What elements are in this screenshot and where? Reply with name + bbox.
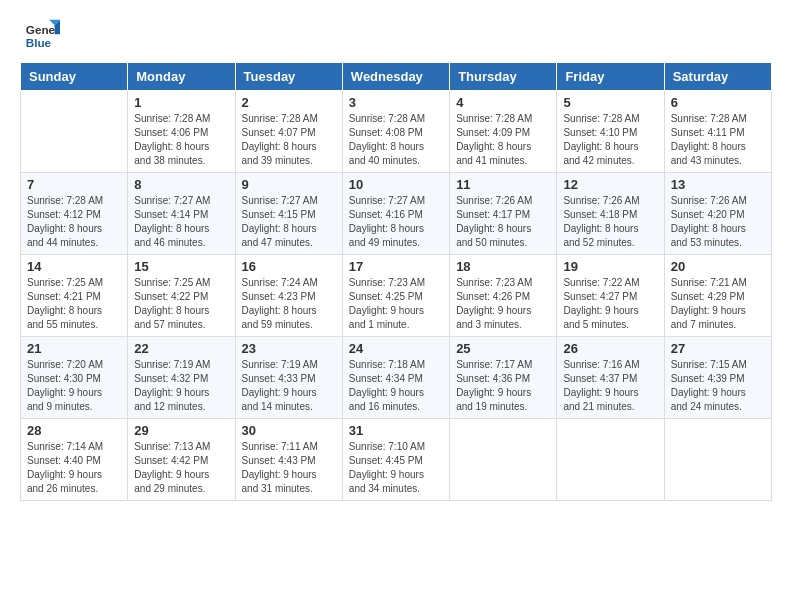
calendar-cell: 29Sunrise: 7:13 AM Sunset: 4:42 PM Dayli… [128, 419, 235, 501]
calendar-cell: 13Sunrise: 7:26 AM Sunset: 4:20 PM Dayli… [664, 173, 771, 255]
day-number: 20 [671, 259, 765, 274]
calendar-cell: 22Sunrise: 7:19 AM Sunset: 4:32 PM Dayli… [128, 337, 235, 419]
day-number: 23 [242, 341, 336, 356]
weekday-header-saturday: Saturday [664, 63, 771, 91]
calendar-cell: 15Sunrise: 7:25 AM Sunset: 4:22 PM Dayli… [128, 255, 235, 337]
calendar-cell: 24Sunrise: 7:18 AM Sunset: 4:34 PM Dayli… [342, 337, 449, 419]
weekday-header-row: SundayMondayTuesdayWednesdayThursdayFrid… [21, 63, 772, 91]
day-info: Sunrise: 7:26 AM Sunset: 4:20 PM Dayligh… [671, 194, 765, 250]
page-container: General Blue SundayMondayTuesdayWednesda… [0, 0, 792, 511]
day-info: Sunrise: 7:28 AM Sunset: 4:08 PM Dayligh… [349, 112, 443, 168]
calendar-cell: 27Sunrise: 7:15 AM Sunset: 4:39 PM Dayli… [664, 337, 771, 419]
svg-text:Blue: Blue [26, 36, 52, 49]
calendar-cell: 21Sunrise: 7:20 AM Sunset: 4:30 PM Dayli… [21, 337, 128, 419]
day-info: Sunrise: 7:26 AM Sunset: 4:18 PM Dayligh… [563, 194, 657, 250]
calendar-cell: 4Sunrise: 7:28 AM Sunset: 4:09 PM Daylig… [450, 91, 557, 173]
day-info: Sunrise: 7:17 AM Sunset: 4:36 PM Dayligh… [456, 358, 550, 414]
day-number: 5 [563, 95, 657, 110]
calendar-cell: 12Sunrise: 7:26 AM Sunset: 4:18 PM Dayli… [557, 173, 664, 255]
day-number: 10 [349, 177, 443, 192]
calendar-table: SundayMondayTuesdayWednesdayThursdayFrid… [20, 62, 772, 501]
calendar-cell: 5Sunrise: 7:28 AM Sunset: 4:10 PM Daylig… [557, 91, 664, 173]
calendar-week-row: 28Sunrise: 7:14 AM Sunset: 4:40 PM Dayli… [21, 419, 772, 501]
day-info: Sunrise: 7:11 AM Sunset: 4:43 PM Dayligh… [242, 440, 336, 496]
day-number: 9 [242, 177, 336, 192]
calendar-cell: 6Sunrise: 7:28 AM Sunset: 4:11 PM Daylig… [664, 91, 771, 173]
day-info: Sunrise: 7:20 AM Sunset: 4:30 PM Dayligh… [27, 358, 121, 414]
day-number: 27 [671, 341, 765, 356]
day-number: 2 [242, 95, 336, 110]
calendar-cell: 3Sunrise: 7:28 AM Sunset: 4:08 PM Daylig… [342, 91, 449, 173]
calendar-cell: 23Sunrise: 7:19 AM Sunset: 4:33 PM Dayli… [235, 337, 342, 419]
day-info: Sunrise: 7:28 AM Sunset: 4:06 PM Dayligh… [134, 112, 228, 168]
calendar-week-row: 14Sunrise: 7:25 AM Sunset: 4:21 PM Dayli… [21, 255, 772, 337]
day-number: 17 [349, 259, 443, 274]
calendar-week-row: 7Sunrise: 7:28 AM Sunset: 4:12 PM Daylig… [21, 173, 772, 255]
day-number: 4 [456, 95, 550, 110]
day-info: Sunrise: 7:25 AM Sunset: 4:22 PM Dayligh… [134, 276, 228, 332]
calendar-cell: 17Sunrise: 7:23 AM Sunset: 4:25 PM Dayli… [342, 255, 449, 337]
weekday-header-tuesday: Tuesday [235, 63, 342, 91]
weekday-header-monday: Monday [128, 63, 235, 91]
day-info: Sunrise: 7:24 AM Sunset: 4:23 PM Dayligh… [242, 276, 336, 332]
calendar-week-row: 21Sunrise: 7:20 AM Sunset: 4:30 PM Dayli… [21, 337, 772, 419]
calendar-cell: 31Sunrise: 7:10 AM Sunset: 4:45 PM Dayli… [342, 419, 449, 501]
day-number: 29 [134, 423, 228, 438]
weekday-header-thursday: Thursday [450, 63, 557, 91]
day-number: 1 [134, 95, 228, 110]
day-number: 6 [671, 95, 765, 110]
day-number: 8 [134, 177, 228, 192]
day-info: Sunrise: 7:10 AM Sunset: 4:45 PM Dayligh… [349, 440, 443, 496]
day-number: 14 [27, 259, 121, 274]
day-info: Sunrise: 7:27 AM Sunset: 4:14 PM Dayligh… [134, 194, 228, 250]
day-info: Sunrise: 7:28 AM Sunset: 4:09 PM Dayligh… [456, 112, 550, 168]
day-info: Sunrise: 7:19 AM Sunset: 4:32 PM Dayligh… [134, 358, 228, 414]
day-number: 7 [27, 177, 121, 192]
calendar-cell [21, 91, 128, 173]
day-info: Sunrise: 7:26 AM Sunset: 4:17 PM Dayligh… [456, 194, 550, 250]
day-info: Sunrise: 7:28 AM Sunset: 4:07 PM Dayligh… [242, 112, 336, 168]
calendar-cell: 11Sunrise: 7:26 AM Sunset: 4:17 PM Dayli… [450, 173, 557, 255]
calendar-cell: 26Sunrise: 7:16 AM Sunset: 4:37 PM Dayli… [557, 337, 664, 419]
calendar-cell: 18Sunrise: 7:23 AM Sunset: 4:26 PM Dayli… [450, 255, 557, 337]
day-number: 18 [456, 259, 550, 274]
day-number: 19 [563, 259, 657, 274]
calendar-cell: 16Sunrise: 7:24 AM Sunset: 4:23 PM Dayli… [235, 255, 342, 337]
day-number: 26 [563, 341, 657, 356]
day-info: Sunrise: 7:15 AM Sunset: 4:39 PM Dayligh… [671, 358, 765, 414]
day-info: Sunrise: 7:16 AM Sunset: 4:37 PM Dayligh… [563, 358, 657, 414]
calendar-cell: 19Sunrise: 7:22 AM Sunset: 4:27 PM Dayli… [557, 255, 664, 337]
calendar-cell: 14Sunrise: 7:25 AM Sunset: 4:21 PM Dayli… [21, 255, 128, 337]
day-info: Sunrise: 7:13 AM Sunset: 4:42 PM Dayligh… [134, 440, 228, 496]
calendar-cell: 2Sunrise: 7:28 AM Sunset: 4:07 PM Daylig… [235, 91, 342, 173]
calendar-week-row: 1Sunrise: 7:28 AM Sunset: 4:06 PM Daylig… [21, 91, 772, 173]
day-number: 22 [134, 341, 228, 356]
day-number: 12 [563, 177, 657, 192]
day-number: 15 [134, 259, 228, 274]
day-number: 3 [349, 95, 443, 110]
day-info: Sunrise: 7:18 AM Sunset: 4:34 PM Dayligh… [349, 358, 443, 414]
calendar-cell: 10Sunrise: 7:27 AM Sunset: 4:16 PM Dayli… [342, 173, 449, 255]
day-info: Sunrise: 7:19 AM Sunset: 4:33 PM Dayligh… [242, 358, 336, 414]
day-info: Sunrise: 7:25 AM Sunset: 4:21 PM Dayligh… [27, 276, 121, 332]
calendar-cell: 8Sunrise: 7:27 AM Sunset: 4:14 PM Daylig… [128, 173, 235, 255]
calendar-cell [664, 419, 771, 501]
calendar-cell [450, 419, 557, 501]
day-number: 31 [349, 423, 443, 438]
calendar-cell: 9Sunrise: 7:27 AM Sunset: 4:15 PM Daylig… [235, 173, 342, 255]
day-number: 30 [242, 423, 336, 438]
day-info: Sunrise: 7:23 AM Sunset: 4:26 PM Dayligh… [456, 276, 550, 332]
day-number: 25 [456, 341, 550, 356]
calendar-cell: 28Sunrise: 7:14 AM Sunset: 4:40 PM Dayli… [21, 419, 128, 501]
calendar-cell: 20Sunrise: 7:21 AM Sunset: 4:29 PM Dayli… [664, 255, 771, 337]
day-number: 24 [349, 341, 443, 356]
logo-icon: General Blue [24, 18, 60, 54]
day-number: 16 [242, 259, 336, 274]
day-info: Sunrise: 7:22 AM Sunset: 4:27 PM Dayligh… [563, 276, 657, 332]
weekday-header-sunday: Sunday [21, 63, 128, 91]
calendar-cell: 1Sunrise: 7:28 AM Sunset: 4:06 PM Daylig… [128, 91, 235, 173]
day-info: Sunrise: 7:28 AM Sunset: 4:10 PM Dayligh… [563, 112, 657, 168]
weekday-header-wednesday: Wednesday [342, 63, 449, 91]
logo: General Blue [24, 18, 64, 54]
day-info: Sunrise: 7:27 AM Sunset: 4:16 PM Dayligh… [349, 194, 443, 250]
